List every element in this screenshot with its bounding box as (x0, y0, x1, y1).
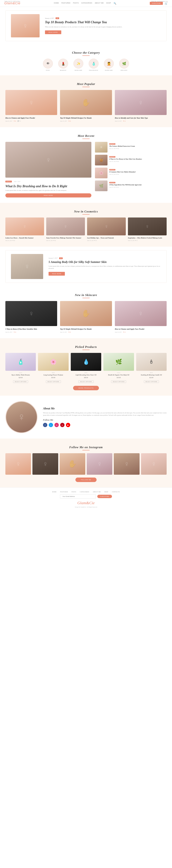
instagram-photo-6[interactable]: ♀ (141, 453, 167, 475)
skincare-post-image-3: ♀ (115, 301, 167, 326)
about-section: ♀ About Me Welcome my product of the day… (0, 396, 172, 439)
category-haircare[interactable]: 💆 HAIRCARE (104, 59, 114, 71)
pinterest-icon[interactable]: p (60, 423, 64, 427)
product-price-5: $24.90 (136, 377, 167, 378)
most-popular-title: Most Popular (5, 83, 167, 87)
sidebar-post-3[interactable]: 🌸 BEAUTY 6 Common Skin Care Myths Debunk… (95, 167, 167, 178)
footer-nav: HOME FEATURED POSTS CATEGORIES ABOUT ME … (5, 491, 167, 493)
nav-categories[interactable]: CATEGORIES (81, 2, 92, 5)
skincare-post-meta-1: June 23, 2017 ♥ 36 (5, 332, 57, 333)
youtube-icon[interactable]: ▶ (66, 423, 70, 427)
category-skincare[interactable]: ✨ SKINCARE (74, 59, 83, 71)
hero-person: ♀ (11, 14, 39, 37)
social-icons: f t in p ▶ (43, 423, 167, 427)
instagram-icon[interactable]: in (55, 423, 59, 427)
logo[interactable]: Glam&Cie (4, 1, 21, 5)
sidebar-post-1[interactable]: ☀ BEAUTY The Science Behind Sunscreen Cr… (95, 142, 167, 153)
product-type-2: NEW (38, 372, 68, 373)
product-name-1: Top to Talline Think Dreams (5, 374, 36, 376)
more-products-button[interactable]: MORE PRODUCTS (73, 386, 99, 390)
twitter-icon[interactable]: t (49, 423, 53, 427)
skincare-post-2[interactable]: ✋ Top 50 Simple Mehndi Designs For Hands… (60, 301, 112, 333)
recent-main-date: June 7, 2017 (14, 181, 21, 182)
about-description: Welcome my product of the day! I am Mand… (43, 412, 167, 416)
popular-post-image-1: ♀ (5, 90, 57, 115)
popular-post-meta-2: June 23, 2017 ♥ 26 (60, 120, 112, 122)
category-eyes[interactable]: 👁 EYES (43, 59, 53, 71)
nav-featured[interactable]: FEATURED (61, 2, 70, 5)
feature-content: January 3, 2017 BB 5 Amazing Body Oils f… (49, 257, 161, 276)
footer-shop[interactable]: SHOP (105, 491, 108, 493)
footer-featured[interactable]: FEATURED (60, 491, 68, 493)
footer-about[interactable]: ABOUT ME (93, 491, 101, 493)
popular-post-1[interactable]: ♀ How to Cleanse and Apply Face Powder J… (5, 90, 57, 122)
popular-post-2[interactable]: ✋ Top 50 Simple Mehndi Designs For Hands… (60, 90, 112, 122)
product-select-3[interactable]: SELECT OPTIONS (79, 380, 93, 383)
skincare-posts-grid: ♀ 5 Ways to Know if You Have Sensitive S… (5, 301, 167, 333)
nav-shop[interactable]: SHOP (106, 2, 111, 5)
cosmetics-post-meta-2: June 23, 2017 ♥ 26 (46, 240, 85, 241)
footer-posts[interactable]: POSTS (71, 491, 76, 493)
popular-post-3[interactable]: ♀ How to Identify and Care for Your Skin… (115, 90, 167, 122)
footer-contacts[interactable]: CONTACTS (112, 491, 120, 493)
footer-home[interactable]: HOME (52, 491, 57, 493)
cart-icon[interactable]: 🛒 (165, 2, 168, 5)
product-select-1[interactable]: SELECT OPTIONS (13, 380, 28, 383)
instagram-photo-4[interactable]: ♀ (87, 453, 112, 475)
feature-read-more-button[interactable]: READ MORE (49, 272, 65, 276)
popular-post-date-3: June 23, 2017 (115, 120, 122, 122)
feature-description: Lorem ipsum dolor sit amet, ius iisnt vo… (49, 265, 161, 270)
hero-read-more-button[interactable]: READ MORE (45, 30, 61, 34)
product-grid: 🧴 SALE Top to Talline Think Dreams $29.9… (5, 353, 167, 383)
instagram-photo-3[interactable]: ✋ (60, 453, 85, 475)
product-select-2[interactable]: SELECT OPTIONS (46, 380, 61, 383)
sidebar-meta-3: June 23, 2017 ♥ 18 (109, 174, 167, 175)
nav-about[interactable]: ABOUT ME (95, 2, 104, 5)
products-section: Picked Products 🧴 SALE Top to Talline Th… (0, 338, 172, 396)
subscribe-button[interactable]: SUBSCRIBE (150, 2, 163, 5)
footer-subscribe-button[interactable]: SUBSCRIBE (97, 495, 112, 498)
product-name-3: Light-Revealing Glow Toner Oil (71, 374, 101, 376)
footer-categories[interactable]: CATEGORIES (80, 491, 89, 493)
product-select-5[interactable]: SELECT OPTIONS (144, 380, 159, 383)
skincare-post-3[interactable]: ♀ How to Cleanse and Apply Face Powder J… (115, 301, 167, 333)
facebook-icon[interactable]: f (43, 423, 47, 427)
instagram-photo-2[interactable]: ♀ (32, 453, 58, 475)
cosmetics-post-1[interactable]: ♀ Lotion Low Down – Smooth Skin Summer J… (5, 217, 44, 241)
nav-links: HOME FEATURED POSTS CATEGORIES ABOUT ME … (54, 2, 116, 5)
cosmetics-post-meta-3: June 23, 2017 ♥ 18 (87, 240, 126, 241)
hero-tag: BB (56, 17, 59, 19)
about-title: About Me (43, 407, 167, 410)
category-organic[interactable]: 🌿 ORGANIC (119, 59, 129, 71)
footer-email-input[interactable] (60, 494, 96, 498)
footer-logo: Glam&Cie (5, 501, 167, 505)
nav-posts[interactable]: POSTS (73, 2, 79, 5)
feature-date: January 3, 2017 (49, 257, 58, 259)
category-makeup[interactable]: 💄 MAKEUP (58, 59, 68, 71)
product-select-4[interactable]: SELECT OPTIONS (111, 380, 126, 383)
skincare-post-title-2: Top 50 Simple Mehndi Designs For Hands (60, 328, 112, 330)
categories-grid: 👁 EYES 💄 MAKEUP ✨ SKINCARE 🧴 FRAGRANCE 💆… (5, 59, 167, 71)
product-type-3: NEW (71, 372, 101, 373)
cosmetics-post-4[interactable]: ♀ Inspiration – Ultra Modern Festival Ma… (128, 217, 167, 241)
follow-instagram-button[interactable]: FOLLOW ME (76, 477, 96, 482)
recent-read-more-button[interactable]: READ MORE (5, 193, 91, 197)
search-icon[interactable]: 🔍 (114, 2, 116, 5)
sidebar-meta-1: June 23, 2017 ♥ 36 (109, 148, 167, 149)
instagram-photo-5[interactable]: ♀ (114, 453, 139, 475)
popular-post-image-3: ♀ (115, 90, 167, 115)
skincare-post-1[interactable]: ♀ 5 Ways to Know if You Have Sensitive S… (5, 301, 57, 333)
instagram-photo-1[interactable]: ♀ (5, 453, 31, 475)
sidebar-post-2[interactable]: 🍯 BEAUTY 4 Ways to Use Honey in Your Ski… (95, 155, 167, 165)
nav-home[interactable]: HOME (54, 2, 59, 5)
product-price-2: $39.90 (38, 377, 68, 378)
sidebar-post-image-3: 🌸 (95, 167, 108, 178)
cosmetics-post-3[interactable]: ♀ Last Holiday Lips – Neons and Naturals… (87, 217, 126, 241)
cosmetics-post-2[interactable]: ♀ Some Faverite Face Makeup Tutorials Th… (46, 217, 85, 241)
most-popular-section: Most Popular ♀ How to Cleanse and Apply … (0, 75, 172, 127)
cosmetics-post-meta-1: June 23, 2017 ♥ 36 (5, 240, 44, 241)
sidebar-post-4[interactable]: 🌿 BEAUTY 10 Key Ingredients You Will Hon… (95, 181, 167, 191)
products-title: Picked Products (5, 345, 167, 350)
skincare-post-title-1: 5 Ways to Know if You Have Sensitive Ski… (5, 328, 57, 330)
category-fragrance[interactable]: 🧴 FRAGRANCE (89, 59, 98, 71)
